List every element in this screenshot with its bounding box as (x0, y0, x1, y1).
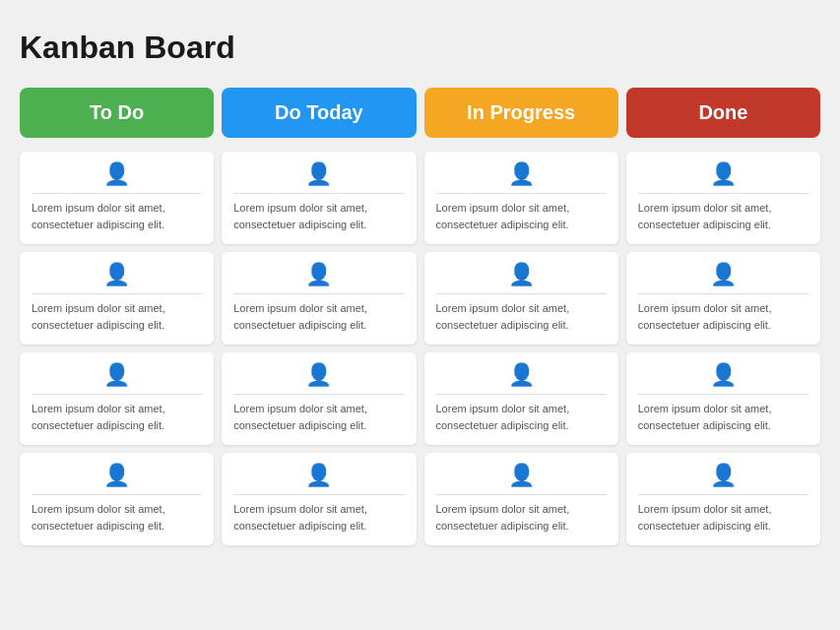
person-icon: 👤 (508, 262, 535, 287)
card-divider (233, 394, 404, 395)
card-divider (436, 494, 607, 495)
card-avatar: 👤 (32, 161, 202, 187)
person-icon: 👤 (710, 262, 737, 287)
card[interactable]: 👤 Lorem ipsum dolor sit amet, consectetu… (20, 252, 214, 345)
card[interactable]: 👤 Lorem ipsum dolor sit amet, consectetu… (20, 152, 214, 244)
page-title: Kanban Board (20, 30, 820, 66)
card[interactable]: 👤 Lorem ipsum dolor sit amet, consectetu… (222, 352, 416, 445)
card-divider (638, 193, 808, 194)
column-header-todo: To Do (20, 88, 214, 138)
card-avatar: 👤 (32, 463, 202, 488)
card[interactable]: 👤 Lorem ipsum dolor sit amet, consectetu… (424, 252, 618, 345)
person-icon: 👤 (103, 463, 130, 488)
card-avatar: 👤 (233, 463, 404, 488)
card[interactable]: 👤 Lorem ipsum dolor sit amet, consectetu… (222, 252, 416, 345)
person-icon: 👤 (508, 161, 535, 187)
card-text: Lorem ipsum dolor sit amet, consectetuer… (32, 401, 202, 433)
card-divider (638, 293, 808, 294)
person-icon: 👤 (103, 362, 130, 388)
card[interactable]: 👤 Lorem ipsum dolor sit amet, consectetu… (20, 352, 214, 445)
card-text: Lorem ipsum dolor sit amet, consectetuer… (233, 501, 404, 534)
card[interactable]: 👤 Lorem ipsum dolor sit amet, consectetu… (222, 453, 416, 545)
card-avatar: 👤 (233, 262, 404, 287)
card-avatar: 👤 (32, 362, 202, 388)
person-icon: 👤 (508, 463, 535, 488)
card-divider (638, 394, 808, 395)
column-done: 👤 Lorem ipsum dolor sit amet, consectetu… (626, 152, 820, 545)
column-header-done: Done (626, 88, 820, 138)
card[interactable]: 👤 Lorem ipsum dolor sit amet, consectetu… (424, 453, 618, 545)
card-text: Lorem ipsum dolor sit amet, consectetuer… (233, 401, 404, 433)
column-dotoday: 👤 Lorem ipsum dolor sit amet, consectetu… (222, 152, 416, 545)
card-divider (233, 293, 404, 294)
card[interactable]: 👤 Lorem ipsum dolor sit amet, consectetu… (20, 453, 214, 545)
card-text: Lorem ipsum dolor sit amet, consectetuer… (436, 401, 607, 433)
card[interactable]: 👤 Lorem ipsum dolor sit amet, consectetu… (424, 352, 618, 445)
card-text: Lorem ipsum dolor sit amet, consectetuer… (638, 401, 808, 433)
person-icon: 👤 (710, 362, 737, 388)
person-icon: 👤 (305, 262, 332, 287)
card-avatar: 👤 (638, 262, 808, 287)
board-area: 👤 Lorem ipsum dolor sit amet, consectetu… (20, 152, 820, 545)
card-text: Lorem ipsum dolor sit amet, consectetuer… (436, 200, 607, 232)
person-icon: 👤 (103, 262, 130, 287)
card[interactable]: 👤 Lorem ipsum dolor sit amet, consectetu… (222, 152, 416, 244)
card-text: Lorem ipsum dolor sit amet, consectetuer… (638, 300, 808, 333)
card[interactable]: 👤 Lorem ipsum dolor sit amet, consectetu… (626, 252, 820, 345)
person-icon: 👤 (508, 362, 535, 388)
person-icon: 👤 (305, 362, 332, 388)
person-icon: 👤 (305, 463, 332, 488)
column-headers: To Do Do Today In Progress Done (20, 88, 820, 138)
card-avatar: 👤 (436, 362, 607, 388)
card-divider (436, 293, 607, 294)
card-text: Lorem ipsum dolor sit amet, consectetuer… (32, 300, 202, 333)
card-avatar: 👤 (638, 463, 808, 488)
card-divider (638, 494, 808, 495)
card-divider (436, 394, 607, 395)
card-divider (436, 193, 607, 194)
card-text: Lorem ipsum dolor sit amet, consectetuer… (436, 300, 607, 333)
card-avatar: 👤 (32, 262, 202, 287)
card-text: Lorem ipsum dolor sit amet, consectetuer… (32, 200, 202, 232)
card-avatar: 👤 (638, 362, 808, 388)
person-icon: 👤 (305, 161, 332, 187)
card-divider (32, 394, 202, 395)
column-inprogress: 👤 Lorem ipsum dolor sit amet, consectetu… (424, 152, 618, 545)
column-header-inprogress: In Progress (424, 88, 618, 138)
card[interactable]: 👤 Lorem ipsum dolor sit amet, consectetu… (626, 352, 820, 445)
card-divider (32, 293, 202, 294)
card-text: Lorem ipsum dolor sit amet, consectetuer… (32, 501, 202, 534)
card-divider (32, 193, 202, 194)
card-text: Lorem ipsum dolor sit amet, consectetuer… (436, 501, 607, 534)
person-icon: 👤 (710, 161, 737, 187)
card-avatar: 👤 (638, 161, 808, 187)
card-avatar: 👤 (233, 362, 404, 388)
card-text: Lorem ipsum dolor sit amet, consectetuer… (233, 300, 404, 333)
card-text: Lorem ipsum dolor sit amet, consectetuer… (638, 200, 808, 232)
column-header-dotoday: Do Today (222, 88, 416, 138)
column-todo: 👤 Lorem ipsum dolor sit amet, consectetu… (20, 152, 214, 545)
card-avatar: 👤 (436, 463, 607, 488)
card-avatar: 👤 (436, 262, 607, 287)
card-divider (32, 494, 202, 495)
card-avatar: 👤 (233, 161, 404, 187)
card-divider (233, 193, 404, 194)
person-icon: 👤 (710, 463, 737, 488)
card-text: Lorem ipsum dolor sit amet, consectetuer… (233, 200, 404, 232)
card-divider (233, 494, 404, 495)
card[interactable]: 👤 Lorem ipsum dolor sit amet, consectetu… (626, 152, 820, 244)
card[interactable]: 👤 Lorem ipsum dolor sit amet, consectetu… (626, 453, 820, 545)
card-avatar: 👤 (436, 161, 607, 187)
person-icon: 👤 (103, 161, 130, 187)
card-text: Lorem ipsum dolor sit amet, consectetuer… (638, 501, 808, 534)
card[interactable]: 👤 Lorem ipsum dolor sit amet, consectetu… (424, 152, 618, 244)
